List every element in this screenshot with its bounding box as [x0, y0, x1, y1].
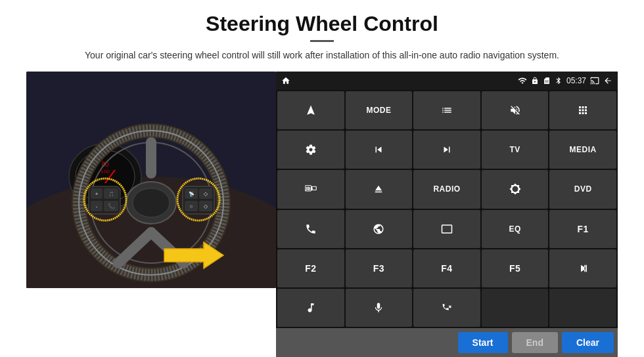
btn-eq[interactable]: EQ — [482, 210, 549, 248]
svg-text:📞: 📞 — [108, 202, 116, 210]
btn-brightness[interactable] — [482, 170, 549, 208]
btn-globe[interactable] — [346, 210, 413, 248]
start-button[interactable]: Start — [458, 332, 508, 353]
back-icon — [603, 76, 612, 85]
end-button[interactable]: End — [512, 332, 558, 353]
button-grid: MODETVMEDIA360RADIODVDEQF1F2F3F4F5 — [276, 90, 618, 328]
btn-mute[interactable] — [482, 91, 549, 129]
page-subtitle: Your original car's steering wheel contr… — [85, 49, 559, 62]
btn-empty2[interactable] — [549, 289, 616, 327]
action-bar: Start End Clear — [276, 328, 618, 357]
btn-list[interactable] — [413, 91, 480, 129]
btn-apps[interactable] — [549, 91, 616, 129]
btn-settings[interactable] — [277, 131, 344, 169]
btn-prev[interactable] — [346, 131, 413, 169]
btn-playpause[interactable] — [549, 249, 616, 287]
btn-empty1[interactable] — [482, 289, 549, 327]
btn-nav[interactable] — [277, 91, 344, 129]
btn-call[interactable] — [413, 289, 480, 327]
btn-f3[interactable]: F3 — [346, 249, 413, 287]
content-row: 80 100 + — [26, 72, 618, 357]
btn-360[interactable]: 360 — [277, 170, 344, 208]
page-title: Steering Wheel Control — [206, 12, 438, 36]
btn-mode[interactable]: MODE — [346, 91, 413, 129]
btn-radio[interactable]: RADIO — [413, 170, 480, 208]
btn-f1[interactable]: F1 — [549, 210, 616, 248]
control-panel: 05:37 MODETVMEDIA360RADIODVDEQF1F2F3F4F5… — [276, 72, 618, 357]
lock-icon — [531, 77, 539, 85]
svg-text:◇: ◇ — [204, 203, 208, 209]
status-bar: 05:37 — [276, 72, 618, 90]
title-divider — [310, 40, 334, 42]
svg-text:-: - — [96, 203, 98, 209]
btn-f4[interactable]: F4 — [413, 249, 480, 287]
steering-wheel-image: 80 100 + — [26, 72, 276, 288]
btn-tv[interactable]: TV — [482, 131, 549, 169]
svg-text:📡: 📡 — [189, 191, 195, 197]
status-right: 05:37 — [518, 76, 612, 85]
btn-screen[interactable] — [413, 210, 480, 248]
clear-button[interactable]: Clear — [562, 332, 614, 353]
status-time: 05:37 — [566, 76, 586, 85]
btn-media[interactable]: MEDIA — [549, 131, 616, 169]
svg-text:🎵: 🎵 — [108, 191, 114, 197]
btn-mic[interactable] — [346, 289, 413, 327]
svg-text:100: 100 — [101, 169, 110, 175]
sim-icon — [543, 77, 551, 85]
svg-point-15 — [133, 188, 170, 217]
cast-icon — [590, 76, 599, 85]
bluetooth-icon — [555, 77, 563, 85]
btn-f5[interactable]: F5 — [482, 249, 549, 287]
btn-next[interactable] — [413, 131, 480, 169]
page-wrapper: Steering Wheel Control Your original car… — [0, 0, 644, 357]
svg-text:○: ○ — [190, 203, 193, 209]
btn-dvd[interactable]: DVD — [549, 170, 616, 208]
wifi-icon — [518, 76, 527, 85]
btn-phone[interactable] — [277, 210, 344, 248]
btn-f2[interactable]: F2 — [277, 249, 344, 287]
svg-text:◇: ◇ — [204, 191, 208, 197]
svg-text:+: + — [95, 191, 99, 197]
status-left — [281, 76, 290, 85]
btn-music[interactable] — [277, 289, 344, 327]
btn-eject[interactable] — [346, 170, 413, 208]
home-icon — [281, 76, 290, 85]
